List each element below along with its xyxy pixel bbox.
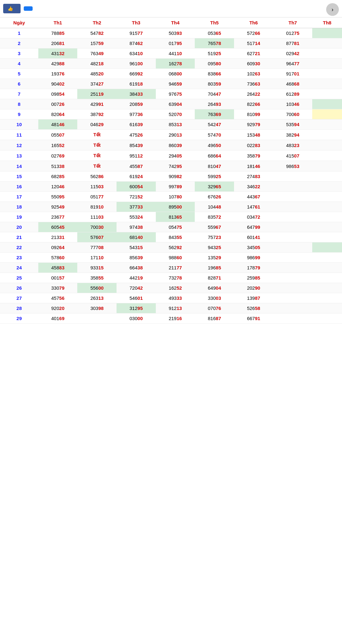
- cell-th3: 54601: [117, 293, 156, 303]
- table-row: 17550950517772152107806762644367: [0, 192, 342, 202]
- table-row: 19236771110355324813658357203472: [0, 212, 342, 222]
- cell-th8: [312, 140, 342, 151]
- cell-th8: [312, 161, 342, 171]
- cell-th7: 01275: [273, 28, 313, 38]
- thich-button[interactable]: 👍: [3, 4, 21, 13]
- cell-th5: 32965: [195, 182, 234, 192]
- cell-th6: 10263: [234, 69, 273, 79]
- data-table-wrapper: Ngày Th1 Th2 Th3 Th4 Th5 Th6 Th7 Th8 178…: [0, 17, 342, 324]
- cell-th2: Tết: [77, 140, 117, 151]
- cell-th7: [273, 232, 313, 242]
- table-row: 16120461150360054997893296534622: [0, 182, 342, 192]
- cell-th8: [312, 151, 342, 161]
- cell-th1: 23677: [38, 212, 78, 222]
- cell-th2: 38792: [77, 109, 117, 119]
- cell-day: 11: [0, 130, 38, 140]
- cell-th8: [312, 283, 342, 293]
- cell-th2: 93315: [77, 263, 117, 273]
- cell-th3: 66992: [117, 69, 156, 79]
- cell-th2: 76349: [77, 48, 117, 59]
- cell-day: 17: [0, 192, 38, 202]
- cell-th8: [312, 182, 342, 192]
- cell-th2: 26313: [77, 293, 117, 303]
- table-row: 343132763496341044110519256272102942: [0, 48, 342, 59]
- cell-th6: 26422: [234, 89, 273, 99]
- cell-th5: 94325: [195, 242, 234, 253]
- table-row: 24458839331566438211771968517879: [0, 263, 342, 273]
- table-row: 800726429912085963904264938226610346: [0, 99, 342, 109]
- cell-th8: [312, 212, 342, 222]
- cell-th4: 01795: [156, 38, 195, 48]
- cell-day: 29: [0, 313, 38, 324]
- cell-th8: [312, 171, 342, 182]
- table-row: 519376485206699206800838661026391701: [0, 69, 342, 79]
- cell-th8: [312, 192, 342, 202]
- cell-th1: 60545: [38, 222, 78, 232]
- cell-th5: 67626: [195, 192, 234, 202]
- cell-th6: 34622: [234, 182, 273, 192]
- cell-th2: [77, 313, 117, 324]
- cell-th6: 25985: [234, 273, 273, 283]
- cell-th2: 25119: [77, 89, 117, 99]
- table-body: 1788855478291577503930536557266012752206…: [0, 28, 342, 324]
- corner-button[interactable]: ›: [326, 3, 339, 16]
- table-row: 220681157598746201795765785171487781: [0, 38, 342, 48]
- cell-th4: 81365: [156, 212, 195, 222]
- cell-th3: 38433: [117, 89, 156, 99]
- cell-day: 16: [0, 182, 38, 192]
- cell-th6: 27483: [234, 171, 273, 182]
- cell-th6: 18146: [234, 161, 273, 171]
- table-row: 26330795560072042162526490420290: [0, 283, 342, 293]
- cell-th2: 05177: [77, 192, 117, 202]
- table-row: 709854251193843397675704472642261289: [0, 89, 342, 99]
- cell-th2: 54782: [77, 28, 117, 38]
- cell-th4: 98860: [156, 253, 195, 263]
- cell-th4: 89500: [156, 202, 195, 212]
- table-row: 1216552Tết8543986039496500228348323: [0, 140, 342, 151]
- cell-th8: [312, 38, 342, 48]
- cell-th2: 42991: [77, 99, 117, 109]
- header-ngay: Ngày: [0, 17, 38, 28]
- cell-day: 13: [0, 151, 38, 161]
- cell-th7: [273, 202, 313, 212]
- cell-th1: 09854: [38, 89, 78, 99]
- cell-th2: 81910: [77, 202, 117, 212]
- cell-th2: 55600: [77, 283, 117, 293]
- cell-th5: 70447: [195, 89, 234, 99]
- chia-se-button[interactable]: [24, 6, 33, 11]
- cell-th7: 46868: [273, 79, 313, 89]
- cell-th2: 35855: [77, 273, 117, 283]
- cell-th6: 82266: [234, 99, 273, 109]
- cell-day: 25: [0, 273, 38, 283]
- cell-th5: 83572: [195, 212, 234, 222]
- table-row: 18925498191037733895001044814761: [0, 202, 342, 212]
- cell-th1: 43132: [38, 48, 78, 59]
- cell-th3: 87462: [117, 38, 156, 48]
- cell-th4: 73278: [156, 273, 195, 283]
- cell-th3: 60054: [117, 182, 156, 192]
- cell-th7: [273, 293, 313, 303]
- cell-th2: Tết: [77, 161, 117, 171]
- cell-th2: 77708: [77, 242, 117, 253]
- cell-th8: [312, 303, 342, 313]
- cell-th5: 07076: [195, 303, 234, 313]
- cell-th8: [312, 232, 342, 242]
- table-header-row: Ngày Th1 Th2 Th3 Th4 Th5 Th6 Th7 Th8: [0, 17, 342, 28]
- cell-th7: 38294: [273, 130, 313, 140]
- table-row: 178885547829157750393053655726601275: [0, 28, 342, 38]
- table-row: 27457562631354601493333300313987: [0, 293, 342, 303]
- cell-day: 24: [0, 263, 38, 273]
- cell-th2: 17110: [77, 253, 117, 263]
- cell-th6: 14761: [234, 202, 273, 212]
- cell-th3: 37733: [117, 202, 156, 212]
- cell-th4: 97675: [156, 89, 195, 99]
- cell-th3: 97438: [117, 222, 156, 232]
- cell-th6: 98699: [234, 253, 273, 263]
- cell-th1: 33079: [38, 283, 78, 293]
- cell-th6: 66791: [234, 313, 273, 324]
- cell-th5: 59925: [195, 171, 234, 182]
- cell-th2: 37427: [77, 79, 117, 89]
- cell-th3: 66438: [117, 263, 156, 273]
- cell-th1: 00726: [38, 99, 78, 109]
- cell-day: 20: [0, 222, 38, 232]
